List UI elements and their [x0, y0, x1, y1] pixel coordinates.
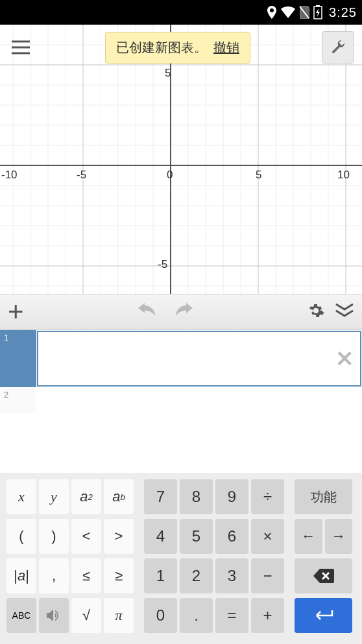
expression-input[interactable]: ✕ — [37, 331, 361, 387]
gear-icon[interactable] — [308, 302, 324, 322]
add-expression-button[interactable]: + — [8, 296, 24, 328]
key-divide[interactable]: ÷ — [251, 479, 284, 514]
x-tick-10: 10 — [337, 169, 350, 182]
key-minus[interactable]: − — [251, 558, 284, 593]
key-5[interactable]: 5 — [180, 519, 213, 554]
key-rparen[interactable]: ) — [39, 519, 69, 554]
key-lparen[interactable]: ( — [6, 519, 36, 554]
delete-expression-button[interactable]: ✕ — [335, 346, 354, 372]
x-tick-neg10: -10 — [1, 169, 18, 182]
key-arrow-right[interactable]: → — [325, 519, 353, 554]
redo-button[interactable] — [172, 303, 194, 321]
key-6[interactable]: 6 — [215, 519, 248, 554]
expression-index: 2 — [0, 387, 36, 413]
key-enter[interactable] — [295, 598, 352, 633]
key-3[interactable]: 3 — [215, 558, 248, 593]
key-gt[interactable]: > — [104, 519, 134, 554]
svg-rect-2 — [316, 5, 320, 6]
key-x[interactable]: x — [6, 479, 36, 514]
location-icon — [267, 6, 277, 19]
y-tick-neg5: -5 — [158, 258, 167, 271]
expression-row-1[interactable]: 1 ✕ — [0, 330, 362, 387]
expression-panel-header: + — [0, 294, 362, 330]
battery-charging-icon — [313, 5, 322, 19]
key-a-squared[interactable]: a2 — [71, 479, 101, 514]
key-ge[interactable]: ≥ — [104, 558, 134, 593]
wifi-icon — [281, 6, 295, 18]
clock-time: 3:25 — [329, 5, 357, 20]
expression-input-empty[interactable] — [37, 388, 361, 412]
key-decimal[interactable]: . — [180, 598, 213, 633]
key-7[interactable]: 7 — [144, 479, 177, 514]
key-abc[interactable]: ABC — [6, 598, 36, 633]
expression-row-2[interactable]: 2 — [0, 387, 362, 413]
origin-0: 0 — [167, 169, 173, 182]
key-arrow-left[interactable]: ← — [295, 519, 322, 554]
key-plus[interactable]: + — [251, 598, 284, 633]
menu-button[interactable] — [8, 34, 34, 60]
expression-index: 1 — [0, 330, 36, 387]
key-backspace[interactable] — [295, 558, 352, 593]
android-status-bar: 3:25 — [0, 0, 362, 25]
key-8[interactable]: 8 — [180, 479, 213, 514]
key-equals[interactable]: = — [215, 598, 248, 633]
key-4[interactable]: 4 — [144, 519, 177, 554]
key-1[interactable]: 1 — [144, 558, 177, 593]
key-pi[interactable]: π — [104, 598, 134, 633]
undo-link[interactable]: 撤销 — [213, 39, 239, 56]
x-tick-neg5: -5 — [77, 169, 86, 182]
key-9[interactable]: 9 — [215, 479, 248, 514]
key-audio[interactable] — [39, 598, 69, 633]
key-sqrt[interactable]: √ — [71, 598, 101, 633]
math-keyboard: x y a2 ab 7 8 9 ÷ 功能 ( ) < > 4 5 6 × ← →… — [0, 473, 362, 644]
key-0[interactable]: 0 — [144, 598, 177, 633]
key-lt[interactable]: < — [71, 519, 101, 554]
toast-message: 已创建新图表。 — [116, 39, 207, 56]
x-tick-5: 5 — [256, 169, 261, 182]
undo-button[interactable] — [137, 303, 159, 321]
graph-settings-button[interactable] — [322, 31, 354, 64]
key-functions[interactable]: 功能 — [295, 479, 352, 514]
toast-notification: 已创建新图表。 撤销 — [105, 32, 250, 64]
expression-list: 1 ✕ 2 — [0, 330, 362, 473]
key-abs[interactable]: |a| — [6, 558, 36, 593]
key-multiply[interactable]: × — [251, 519, 284, 554]
key-y[interactable]: y — [39, 479, 69, 514]
key-a-power-b[interactable]: ab — [104, 479, 134, 514]
key-le[interactable]: ≤ — [71, 558, 101, 593]
collapse-keyboard-button[interactable] — [335, 303, 354, 321]
no-sim-icon — [299, 6, 309, 19]
key-comma[interactable]: , — [39, 558, 69, 593]
key-2[interactable]: 2 — [180, 558, 213, 593]
